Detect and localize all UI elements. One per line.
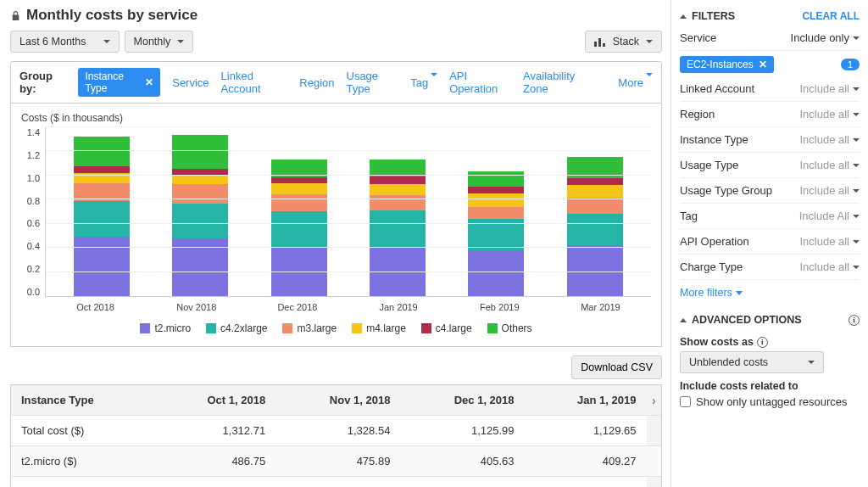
legend-item[interactable]: m3.large <box>282 322 337 334</box>
more-filters-link[interactable]: More filters <box>680 280 743 311</box>
table-row: c4.2xlarge ($)296.11286.56296.11296.11 <box>11 477 662 488</box>
group-by-label: Group by: <box>19 70 66 95</box>
filter-row[interactable]: RegionInclude all <box>680 102 860 127</box>
col-header: Jan 1, 2019 <box>525 385 647 416</box>
remove-chip-icon[interactable]: ✕ <box>145 76 153 88</box>
filters-heading[interactable]: FILTERS CLEAR ALL <box>680 7 860 25</box>
legend-item[interactable]: t2.micro <box>140 322 191 334</box>
x-axis: Oct 2018Nov 2018Dec 2018Jan 2019Feb 2019… <box>45 297 651 312</box>
legend-item[interactable]: m4.large <box>352 322 406 334</box>
col-header: Instance Type <box>11 385 155 416</box>
untagged-checkbox-input[interactable] <box>680 396 691 407</box>
x-tick: Oct 2018 <box>45 297 146 312</box>
bar-segment[interactable] <box>172 204 228 238</box>
date-range-select[interactable]: Last 6 Months <box>10 31 120 53</box>
col-header: Nov 1, 2018 <box>275 385 400 416</box>
info-icon[interactable]: i <box>757 337 768 348</box>
groupby-option[interactable]: Availability Zone <box>523 70 594 95</box>
bar-segment[interactable] <box>567 198 623 214</box>
bar-segment[interactable] <box>567 178 623 186</box>
untagged-checkbox[interactable]: Show only untagged resources <box>680 395 860 408</box>
bar-segment[interactable] <box>74 166 130 172</box>
groupby-option[interactable]: Tag <box>410 76 437 89</box>
include-costs-label: Include costs related to <box>680 380 860 392</box>
bar-segment[interactable] <box>370 184 426 195</box>
x-tick: Jan 2019 <box>348 297 449 312</box>
col-header: Dec 1, 2018 <box>400 385 524 416</box>
filter-row[interactable]: Instance TypeInclude all <box>680 127 860 153</box>
scroll-right-button[interactable]: › <box>647 385 662 416</box>
bar-chart-icon <box>594 37 606 47</box>
advanced-heading[interactable]: ADVANCED OPTIONS i <box>680 311 860 329</box>
filter-chip[interactable]: EC2-Instances ✕ <box>680 56 774 73</box>
group-by-active-chip[interactable]: Instance Type✕ <box>78 68 160 97</box>
remove-chip-icon[interactable]: ✕ <box>759 59 767 70</box>
collapse-icon <box>680 318 687 322</box>
x-tick: Dec 2018 <box>247 297 348 312</box>
legend-item[interactable]: Others <box>487 322 532 334</box>
bar-segment[interactable] <box>172 175 228 184</box>
col-header: Oct 1, 2018 <box>154 385 275 416</box>
bar-segment[interactable] <box>370 210 426 246</box>
group-by-bar: Group by: Instance Type✕ Service Linked … <box>10 61 662 104</box>
bar-segment[interactable] <box>567 185 623 198</box>
groupby-more[interactable]: More <box>618 76 653 89</box>
bar-segment[interactable] <box>271 211 327 247</box>
bar-segment[interactable] <box>567 214 623 245</box>
cost-table: Instance TypeOct 1, 2018Nov 1, 2018Dec 1… <box>10 384 662 487</box>
chart-y-label: Costs ($ in thousands) <box>21 112 651 124</box>
groupby-option[interactable]: API Operation <box>449 70 511 95</box>
bar-segment[interactable] <box>172 135 228 168</box>
filter-row[interactable]: ServiceInclude only <box>680 25 860 51</box>
bar-segment[interactable] <box>74 201 130 237</box>
filter-count-badge: 1 <box>841 59 860 70</box>
filter-row[interactable]: API OperationInclude all <box>680 229 860 255</box>
bar-segment[interactable] <box>370 195 426 211</box>
filter-row[interactable]: Charge TypeInclude all <box>680 255 860 280</box>
bar-segment[interactable] <box>74 237 130 296</box>
collapse-icon <box>680 14 687 19</box>
x-tick: Mar 2019 <box>550 297 651 312</box>
chevron-down-icon <box>177 40 184 43</box>
chart-legend: t2.microc4.2xlargem3.largem4.largec4.lar… <box>21 322 651 334</box>
bar-segment[interactable] <box>468 250 524 296</box>
filter-row[interactable]: Linked AccountInclude all <box>680 76 860 102</box>
filter-row[interactable]: Usage Type GroupInclude all <box>680 178 860 204</box>
bar-segment[interactable] <box>271 183 327 194</box>
bar-segment[interactable] <box>271 194 327 211</box>
lock-icon <box>10 10 21 21</box>
show-costs-as-label: Show costs as i <box>680 336 860 348</box>
table-row: t2.micro ($)486.75475.89405.63409.27 <box>11 446 662 477</box>
bar-segment[interactable] <box>468 193 524 207</box>
chart-plot <box>45 127 651 297</box>
x-tick: Feb 2019 <box>449 297 550 312</box>
groupby-option[interactable]: Region <box>299 76 334 89</box>
info-icon[interactable]: i <box>849 315 860 326</box>
y-axis: 1.41.21.00.80.60.40.20.0 <box>21 127 45 297</box>
chart-panel: Costs ($ in thousands) 1.41.21.00.80.60.… <box>10 104 662 347</box>
bar-segment[interactable] <box>172 184 228 204</box>
bar-segment[interactable] <box>468 187 524 193</box>
legend-item[interactable]: c4.large <box>421 322 472 334</box>
granularity-select[interactable]: Monthly <box>125 31 194 53</box>
bar-segment[interactable] <box>468 171 524 187</box>
filter-row[interactable]: Usage TypeInclude all <box>680 153 860 178</box>
bar-segment[interactable] <box>74 137 130 166</box>
bar-segment[interactable] <box>468 207 524 219</box>
groupby-option[interactable]: Linked Account <box>221 70 288 95</box>
legend-item[interactable]: c4.2xlarge <box>206 322 267 334</box>
page-title: Monthly costs by service <box>26 7 198 24</box>
cost-type-select[interactable]: Unblended costs <box>680 351 824 373</box>
clear-all-button[interactable]: CLEAR ALL <box>802 10 860 22</box>
chevron-down-icon <box>646 40 653 43</box>
stack-select[interactable]: Stack <box>585 31 662 53</box>
groupby-option[interactable]: Service <box>172 76 209 89</box>
groupby-option[interactable]: Usage Type <box>347 70 399 95</box>
bar-segment[interactable] <box>370 176 426 184</box>
filter-row[interactable]: TagInclude All <box>680 204 860 229</box>
chevron-down-icon <box>103 40 110 43</box>
bar-segment[interactable] <box>271 177 327 183</box>
table-row: Total cost ($)1,312.711,328.541,125.991,… <box>11 416 662 446</box>
download-csv-button[interactable]: Download CSV <box>571 355 662 379</box>
x-tick: Nov 2018 <box>146 297 247 312</box>
